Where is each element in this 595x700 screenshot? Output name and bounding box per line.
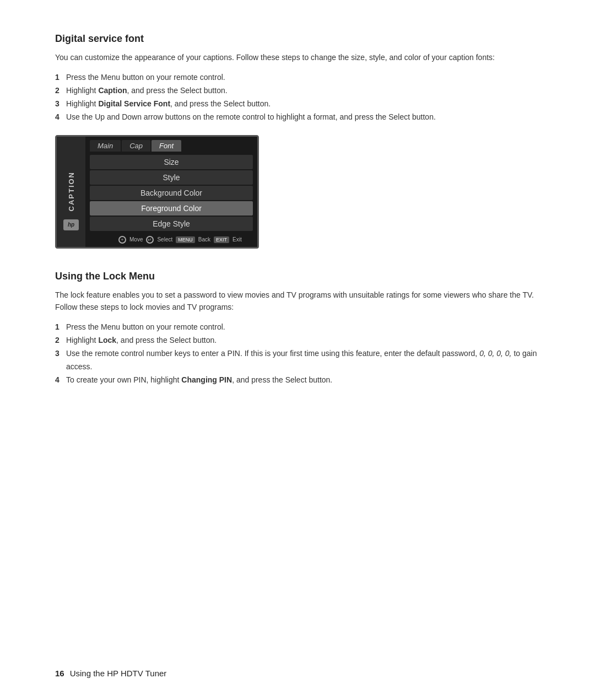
lock-step-1: 1 Press the Menu button on your remote c… — [55, 321, 540, 334]
step-2-num: 2 — [55, 84, 60, 98]
lock-step-2: 2 Highlight Lock, and press the Select b… — [55, 334, 540, 347]
menu-btn: MENU — [176, 236, 195, 243]
select-label: Select — [157, 236, 172, 243]
lock-step-3: 3 Use the remote control number keys to … — [55, 347, 540, 374]
lock-step-3-num: 3 — [55, 347, 60, 360]
tv-tabs: Main Cap Font — [57, 137, 257, 152]
move-icon: + — [118, 236, 126, 244]
section1-title: Digital service font — [55, 33, 540, 45]
hp-logo: hp — [68, 222, 74, 228]
select-icon: ↵ — [146, 236, 154, 244]
step-3-bold: Digital Service Font — [98, 99, 170, 108]
tv-sidebar-label: Caption — [67, 171, 75, 212]
menu-item-foreground-color: Foreground Color — [90, 201, 253, 216]
section-lock-menu: Using the Lock Menu The lock feature ena… — [55, 271, 540, 387]
step-2: 2 Highlight Caption, and press the Selec… — [55, 84, 540, 98]
step-3-num: 3 — [55, 98, 60, 111]
tv-right-content: Main Cap Font Size Style Background Colo… — [57, 137, 257, 247]
section1-steps-list: 1 Press the Menu button on your remote c… — [55, 71, 540, 123]
lock-step-3-italic: 0, 0, 0, 0, — [479, 349, 511, 358]
move-label: Move — [129, 236, 143, 243]
exit-btn: EXIT — [214, 236, 229, 243]
tv-screenshot: Caption hp Main Cap Font Size Style Back… — [55, 135, 259, 249]
lock-step-4: 4 To create your own PIN, highlight Chan… — [55, 374, 540, 387]
tv-footer: + Move ↵ Select MENU Back EXIT Exit — [114, 233, 257, 247]
lock-step-4-num: 4 — [55, 374, 60, 387]
lock-step-2-num: 2 — [55, 334, 60, 347]
section-digital-service-font: Digital service font You can customize t… — [55, 33, 540, 249]
step-3: 3 Highlight Digital Service Font, and pr… — [55, 98, 540, 111]
page-number: 16 — [55, 669, 64, 678]
back-label: Back — [198, 236, 210, 243]
section2-steps-list: 1 Press the Menu button on your remote c… — [55, 321, 540, 386]
tab-font: Font — [152, 140, 181, 152]
tv-menu: Size Style Background Color Foreground C… — [85, 152, 257, 247]
step-4-num: 4 — [55, 111, 60, 124]
section2-description: The lock feature enables you to set a pa… — [55, 289, 540, 314]
page-footer: 16 Using the HP HDTV Tuner — [55, 669, 166, 678]
tab-cap: Cap — [122, 140, 150, 152]
footer-text: Using the HP HDTV Tuner — [70, 669, 167, 678]
menu-item-style: Style — [90, 170, 253, 185]
lock-step-2-bold: Lock — [98, 336, 116, 344]
exit-label: Exit — [232, 236, 242, 243]
menu-item-edge-style: Edge Style — [90, 217, 253, 231]
tv-sidebar: Caption hp — [57, 137, 85, 247]
step-1: 1 Press the Menu button on your remote c… — [55, 71, 540, 84]
lock-step-1-num: 1 — [55, 321, 60, 334]
lock-step-4-bold: Changing PIN — [181, 375, 232, 384]
menu-item-background-color: Background Color — [90, 186, 253, 200]
menu-item-size: Size — [90, 155, 253, 169]
section2-title: Using the Lock Menu — [55, 271, 540, 282]
step-2-bold: Caption — [98, 86, 127, 95]
tab-main: Main — [90, 140, 121, 152]
tv-sidebar-logo: hp — [63, 219, 79, 230]
section1-description: You can customize the appearance of your… — [55, 51, 540, 63]
step-4: 4 Use the Up and Down arrow buttons on t… — [55, 111, 540, 124]
step-1-num: 1 — [55, 71, 60, 84]
